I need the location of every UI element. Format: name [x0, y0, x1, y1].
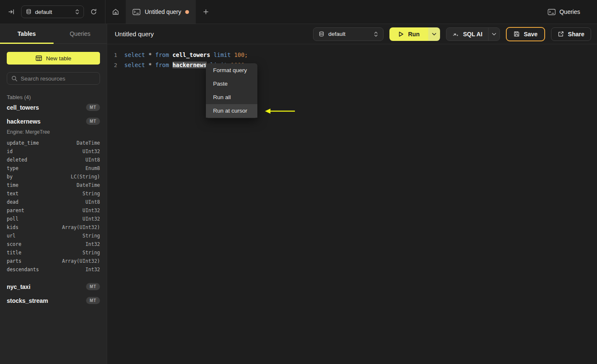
sql-ai-button-group: SQL AI	[446, 27, 500, 41]
code-token: select	[124, 62, 149, 68]
table-row[interactable]: nyc_taxiMT	[7, 280, 100, 294]
table-row[interactable]: stocks_streamMT	[7, 294, 100, 307]
context-menu-item[interactable]: Run all	[206, 91, 257, 104]
line-number: 2	[107, 62, 117, 68]
context-menu-item[interactable]: Run at cursor	[206, 104, 257, 118]
topbar-spacer	[216, 0, 540, 24]
code-token: 100;	[234, 51, 248, 58]
search-resources-input[interactable]	[21, 75, 95, 82]
sidebar-tab-queries-label: Queries	[70, 30, 90, 37]
share-button[interactable]: Share	[551, 27, 591, 41]
column-name: time	[7, 182, 19, 188]
home-tab[interactable]	[105, 0, 126, 24]
save-icon	[513, 31, 520, 37]
column-row: partsArray(UInt32)	[7, 257, 100, 265]
column-type: Array(UInt32)	[62, 224, 100, 230]
column-row: scoreInt32	[7, 240, 100, 248]
home-icon	[112, 8, 119, 16]
sidebar-tabs: Tables Queries	[0, 24, 107, 44]
sql-ai-options-button[interactable]	[488, 28, 500, 40]
table-name: hackernews	[7, 118, 41, 125]
sparkles-icon	[452, 31, 459, 38]
sql-ai-button[interactable]: SQL AI	[446, 28, 488, 40]
sql-editor[interactable]: 1select * from cell_towers limit 100;2se…	[107, 44, 597, 364]
query-title: Untitled query	[115, 30, 154, 38]
code-token: select	[124, 51, 149, 58]
column-type: String	[82, 233, 100, 239]
sidebar-tab-queries[interactable]: Queries	[54, 24, 107, 43]
context-menu-item[interactable]: Format query	[206, 64, 257, 77]
save-button[interactable]: Save	[506, 27, 545, 41]
refresh-icon	[90, 8, 97, 15]
table-icon	[35, 55, 42, 62]
run-options-button[interactable]	[428, 27, 440, 41]
queries-button-label: Queries	[559, 8, 580, 15]
sidebar: Tables Queries New table Tables (4) cell…	[0, 24, 107, 364]
column-type: LC(String)	[71, 174, 100, 180]
terminal-icon	[548, 9, 556, 15]
column-row: textString	[7, 189, 100, 198]
column-row: deadUInt8	[7, 198, 100, 206]
main-panel: Untitled query default Run	[107, 24, 597, 364]
column-type: String	[82, 250, 100, 256]
collapse-sidebar-button[interactable]	[6, 6, 17, 17]
column-name: poll	[7, 216, 19, 222]
chevron-updown-icon	[374, 31, 378, 37]
engine-badge: MT	[86, 297, 100, 304]
sidebar-tab-tables-label: Tables	[18, 30, 36, 37]
editor-header: Untitled query default Run	[107, 24, 597, 44]
code-token: from	[155, 51, 173, 58]
sql-ai-button-label: SQL AI	[463, 31, 482, 38]
new-table-button[interactable]: New table	[7, 52, 100, 65]
tab-untitled-query[interactable]: Untitled query	[126, 0, 196, 24]
column-name: title	[7, 250, 22, 256]
share-icon	[558, 31, 564, 37]
new-table-button-label: New table	[46, 55, 71, 62]
unsaved-indicator-dot	[185, 10, 189, 14]
save-button-label: Save	[524, 31, 538, 38]
column-type: UInt8	[85, 199, 100, 205]
database-selector-value: default	[35, 9, 72, 15]
column-type: Enum8	[85, 165, 100, 171]
editor-context-menu: Format queryPasteRun allRun at cursor	[206, 63, 257, 118]
database-selector[interactable]: default	[313, 27, 384, 41]
database-icon	[319, 31, 324, 37]
database-selector[interactable]: default	[21, 5, 84, 18]
code-token: cell_towers	[173, 51, 210, 58]
column-type: Int32	[85, 267, 100, 272]
column-name: descendants	[7, 267, 39, 272]
column-type: DateTime	[77, 140, 100, 146]
code-token: *	[149, 51, 155, 58]
play-icon	[398, 31, 404, 37]
column-row: urlString	[7, 232, 100, 240]
terminal-icon	[132, 9, 140, 15]
column-type: UInt8	[85, 157, 100, 163]
sidebar-tab-tables[interactable]: Tables	[0, 24, 54, 43]
plus-icon	[203, 9, 209, 15]
code-line: 2select * from hackernews limit 1000	[107, 60, 597, 70]
queries-button[interactable]: Queries	[540, 0, 588, 24]
refresh-button[interactable]	[88, 6, 99, 17]
code-line: 1select * from cell_towers limit 100;	[107, 50, 597, 60]
engine-badge: MT	[86, 283, 100, 290]
column-row: titleString	[7, 248, 100, 257]
column-name: update_time	[7, 140, 39, 146]
code-token: limit	[213, 51, 234, 58]
run-button[interactable]: Run	[389, 27, 428, 41]
search-resources-box	[7, 72, 100, 85]
context-menu-item[interactable]: Paste	[206, 77, 257, 91]
column-name: parent	[7, 208, 24, 213]
line-number: 1	[107, 52, 117, 58]
column-type: Array(UInt32)	[62, 258, 100, 264]
column-name: text	[7, 191, 19, 197]
table-row[interactable]: cell_towersMT	[7, 100, 100, 114]
column-type: String	[82, 191, 100, 197]
chevron-down-icon	[432, 33, 436, 35]
column-type: Int32	[85, 241, 100, 247]
tab-label: Untitled query	[145, 8, 181, 15]
table-row[interactable]: hackernewsMT	[7, 114, 100, 128]
new-tab-button[interactable]	[196, 0, 216, 24]
code-token: hackernews	[173, 62, 207, 68]
engine-badge: MT	[86, 104, 100, 111]
code-text: select * from cell_towers limit 100;	[117, 51, 248, 58]
